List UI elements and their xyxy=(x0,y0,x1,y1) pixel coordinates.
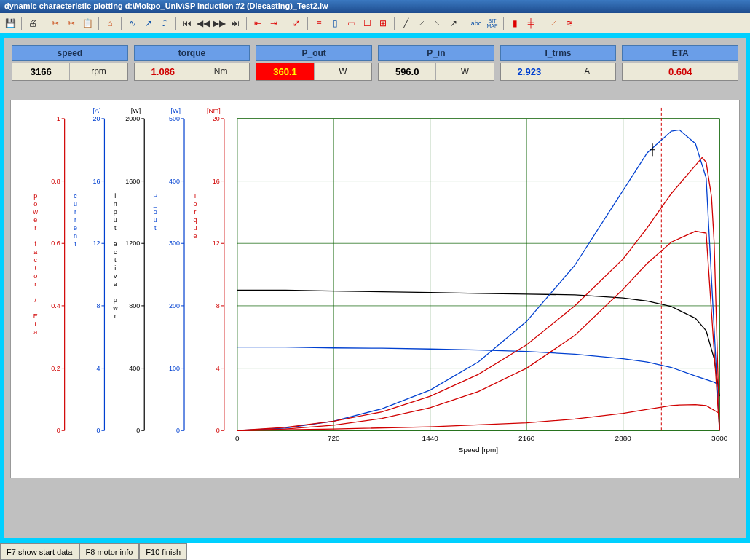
svg-text:t: t xyxy=(114,224,117,232)
svg-text:r: r xyxy=(34,224,36,232)
save-icon[interactable]: 💾 xyxy=(3,16,17,31)
readout-value: 360.1 xyxy=(256,63,314,80)
list-icon[interactable]: ≡ xyxy=(312,16,326,31)
step-fwd-icon[interactable]: ⇥ xyxy=(267,16,281,31)
last-icon[interactable]: ⏭ xyxy=(228,16,242,31)
svg-text:e: e xyxy=(33,216,37,224)
svg-text:i: i xyxy=(114,192,116,200)
readout-ETA: ETA 0.604 xyxy=(622,45,738,81)
svg-text:u: u xyxy=(74,200,77,208)
hbar-icon[interactable]: ▯ xyxy=(328,16,342,31)
svg-text:T: T xyxy=(193,192,197,200)
readout-P_in: P_in 596.0 W xyxy=(378,45,494,81)
svg-text:a: a xyxy=(33,248,37,256)
mark-2-icon[interactable]: ╪ xyxy=(524,16,538,31)
svg-text:[W]: [W] xyxy=(171,107,181,114)
home-icon[interactable]: ⌂ xyxy=(103,16,117,31)
svg-text:100: 100 xyxy=(169,365,180,372)
vbar-icon[interactable]: ▭ xyxy=(344,16,358,31)
readout-unit: W xyxy=(315,63,371,80)
svg-text:12: 12 xyxy=(92,240,100,247)
readout-I_trms: I_trms 2.923 A xyxy=(500,45,617,81)
curve-tool-2-icon[interactable]: ↗ xyxy=(141,16,156,31)
svg-text:0: 0 xyxy=(216,427,220,434)
line-tool-4-icon[interactable]: ↗ xyxy=(446,16,461,31)
svg-text:8: 8 xyxy=(216,302,220,309)
svg-text:0: 0 xyxy=(235,434,240,442)
mark-1-icon[interactable]: ▮ xyxy=(508,16,522,31)
step-back-icon[interactable]: ⇤ xyxy=(250,16,265,31)
svg-text:q: q xyxy=(193,216,197,224)
svg-text:2160: 2160 xyxy=(518,434,535,442)
bitmap-icon[interactable]: BITMAP xyxy=(485,16,500,31)
cut-icon[interactable]: ✂ xyxy=(48,16,63,31)
svg-text:t: t xyxy=(35,320,37,328)
svg-text:[A]: [A] xyxy=(93,107,101,114)
svg-text:t: t xyxy=(35,264,37,272)
status-btn-F7[interactable]: F7 show start data xyxy=(0,543,79,560)
chart-area[interactable]: 07201440216028803600Speed [rpm]00.20.40.… xyxy=(10,100,740,478)
svg-text:2880: 2880 xyxy=(615,434,632,442)
curve-tool-1-icon[interactable]: ∿ xyxy=(125,16,140,31)
text-icon[interactable]: abc xyxy=(469,16,483,31)
svg-text:r: r xyxy=(74,208,76,216)
svg-text:r: r xyxy=(194,208,196,216)
main-frame: speed 3166 rpm torque 1.086 Nm P_out 360… xyxy=(0,33,750,543)
fit-icon[interactable]: ⤢ xyxy=(289,16,304,31)
svg-text:4: 4 xyxy=(96,365,100,372)
mark-4-icon[interactable]: ≋ xyxy=(562,16,577,31)
readout-header: torque xyxy=(134,45,250,61)
svg-text:p: p xyxy=(114,296,117,304)
svg-text:o: o xyxy=(33,200,37,208)
first-icon[interactable]: ⏮ xyxy=(180,16,194,31)
readout-P_out: P_out 360.1 W xyxy=(256,45,372,81)
svg-text:p: p xyxy=(33,192,37,200)
status-btn-F8[interactable]: F8 motor info xyxy=(79,543,140,560)
svg-text:0: 0 xyxy=(136,427,140,434)
svg-text:0.8: 0.8 xyxy=(51,178,60,185)
svg-text:r: r xyxy=(114,312,117,320)
svg-text:720: 720 xyxy=(328,434,340,442)
mark-3-icon[interactable]: ⟋ xyxy=(546,16,561,31)
line-tool-2-icon[interactable]: ⟋ xyxy=(414,16,429,31)
svg-text:20: 20 xyxy=(92,115,100,122)
readout-unit: W xyxy=(436,63,493,80)
copy-icon[interactable]: ✂ xyxy=(64,16,79,31)
next-icon[interactable]: ▶▶ xyxy=(212,16,226,31)
svg-text:4: 4 xyxy=(216,365,220,372)
curve-tool-3-icon[interactable]: ⤴ xyxy=(157,16,172,31)
readout-value: 2.923 xyxy=(501,63,558,80)
svg-text:i: i xyxy=(114,264,116,272)
chart-svg: 07201440216028803600Speed [rpm]00.20.40.… xyxy=(11,100,739,478)
svg-text:o: o xyxy=(154,208,157,216)
svg-text:u: u xyxy=(154,216,157,224)
svg-text:0: 0 xyxy=(57,427,60,434)
svg-text:800: 800 xyxy=(129,302,140,309)
svg-text:[Nm]: [Nm] xyxy=(207,107,221,114)
svg-text:Speed [rpm]: Speed [rpm] xyxy=(459,446,498,454)
svg-text:w: w xyxy=(33,208,39,216)
svg-text:0: 0 xyxy=(96,427,100,434)
svg-text:200: 200 xyxy=(169,302,180,309)
print-icon[interactable]: 🖨 xyxy=(25,16,40,31)
readout-value: 0.604 xyxy=(623,63,738,80)
svg-text:400: 400 xyxy=(129,365,140,372)
readout-header: speed xyxy=(12,45,128,61)
line-tool-1-icon[interactable]: ╱ xyxy=(398,16,413,31)
svg-text:1440: 1440 xyxy=(422,434,439,442)
box-icon[interactable]: ☐ xyxy=(360,16,374,31)
toolbar: 💾 🖨 ✂ ✂ 📋 ⌂ ∿ ↗ ⤴ ⏮ ◀◀ ▶▶ ⏭ ⇤ ⇥ ⤢ ≡ ▯ ▭ … xyxy=(0,13,750,33)
readout-value: 1.086 xyxy=(135,63,192,80)
svg-text:n: n xyxy=(74,232,77,240)
svg-text:500: 500 xyxy=(169,115,180,122)
status-btn-F10[interactable]: F10 finish xyxy=(139,543,187,560)
svg-text:0.6: 0.6 xyxy=(51,240,60,247)
line-tool-3-icon[interactable]: ⟍ xyxy=(430,16,445,31)
window-title: dynamic characteristic plotting d:\Mokpo… xyxy=(4,1,328,10)
svg-rect-12 xyxy=(237,119,719,430)
readout-torque: torque 1.086 Nm xyxy=(134,45,250,81)
paste-icon[interactable]: 📋 xyxy=(80,16,95,31)
prev-icon[interactable]: ◀◀ xyxy=(196,16,210,31)
svg-text:e: e xyxy=(74,224,77,232)
grid-icon[interactable]: ⊞ xyxy=(376,16,390,31)
